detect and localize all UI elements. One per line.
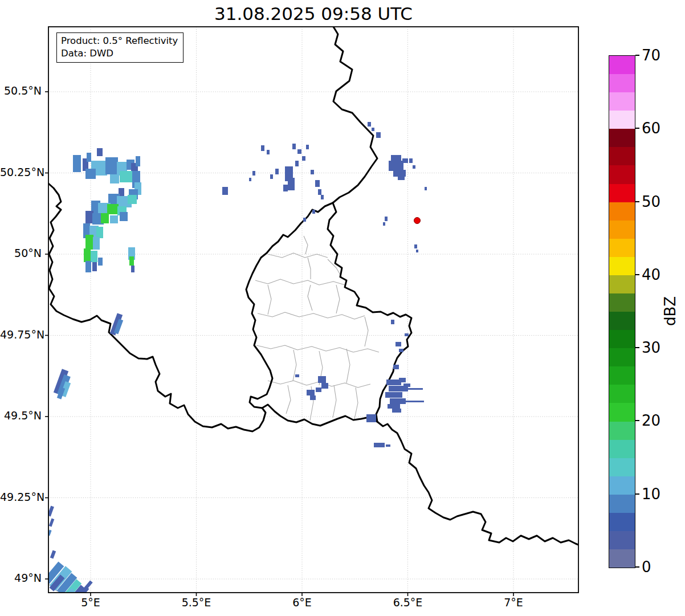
echo-cell: [405, 333, 409, 336]
echo-cell: [403, 384, 410, 387]
colorbar-segment: [609, 56, 635, 74]
echo-cell: [399, 378, 406, 382]
data-source-line: Data: DWD: [61, 47, 178, 60]
echo-cell: [261, 145, 264, 151]
echo-cell: [87, 153, 91, 162]
colorbar-segment: [609, 275, 635, 293]
colorbar-segment: [609, 549, 635, 568]
map-canvas: [0, 0, 685, 616]
echo-cell: [318, 189, 321, 195]
echo-cell: [389, 161, 403, 171]
echo-cell: [92, 262, 97, 271]
colorbar-tick-mark: [635, 128, 639, 129]
echo-cell: [292, 144, 296, 149]
country-borders: [48, 27, 578, 545]
echo-cell: [307, 390, 315, 395]
colorbar-tick-label: 70: [642, 46, 660, 64]
colorbar-segment: [609, 165, 635, 183]
echo-cell: [395, 342, 401, 346]
colorbar-segment: [609, 111, 635, 129]
canton-border-line: [286, 385, 291, 414]
echo-cell: [93, 237, 100, 250]
colorbar-segment: [609, 403, 635, 421]
canton-border-line: [336, 285, 340, 313]
colorbar: [609, 55, 635, 568]
echo-cell: [97, 148, 103, 156]
y-tick-label: 50.5°N: [0, 84, 46, 97]
colorbar-tick-mark: [635, 566, 639, 568]
echo-cell: [107, 204, 119, 214]
colorbar-segment: [609, 92, 635, 111]
echo-cell: [368, 122, 371, 127]
echo-cell: [91, 251, 97, 262]
colorbar-segment: [609, 74, 635, 92]
colorbar-tick-mark: [635, 201, 639, 202]
echo-cell: [383, 222, 385, 226]
echo-cell: [406, 401, 424, 402]
colorbar-tick-label: 30: [642, 338, 660, 357]
echo-cell: [105, 157, 118, 174]
colorbar-segment: [609, 129, 635, 147]
y-tick-label: 49.25°N: [0, 491, 46, 503]
y-tick-label: 50°N: [0, 247, 46, 259]
axes-frame: [48, 27, 578, 593]
plot-area: [44, 27, 578, 602]
echo-cell: [376, 132, 381, 138]
colorbar-tick-label: 0: [642, 558, 651, 576]
colorbar-segment: [609, 440, 635, 458]
canton-border-line: [354, 387, 358, 419]
echo-cell: [414, 244, 417, 248]
echo-cell: [73, 155, 81, 172]
product-info-box: Product: 0.5° Reflectivity Data: DWD: [56, 32, 184, 63]
colorbar-tick-mark: [635, 493, 639, 495]
colorbar-segment: [609, 513, 635, 531]
echo-cell: [393, 365, 399, 369]
canton-border-line: [256, 345, 379, 352]
map-title: 31.08.2025 09:58 UTC: [48, 3, 578, 24]
echo-cell: [390, 398, 406, 404]
echo-cell: [295, 374, 299, 377]
colorbar-tick-mark: [635, 274, 639, 275]
colorbar-segment: [609, 385, 635, 403]
product-line: Product: 0.5° Reflectivity: [61, 35, 178, 47]
echo-cell: [252, 171, 255, 176]
echo-cell: [399, 349, 403, 352]
echo-cell: [297, 149, 301, 154]
echo-cell: [315, 180, 320, 187]
echo-cell: [392, 409, 401, 413]
canton-border-line: [258, 312, 365, 319]
colorbar-segment: [609, 202, 635, 221]
colorbar-segment: [609, 147, 635, 165]
echo-cell: [321, 383, 328, 389]
echo-cell: [386, 444, 390, 447]
x-tick-label: 7°E: [488, 596, 539, 609]
y-tick-label: 50.25°N: [0, 166, 46, 178]
echo-cell: [249, 178, 251, 181]
canton-border-line: [304, 236, 308, 254]
radar-figure: 31.08.2025 09:58 UTC Product: 0.5° Refle…: [0, 0, 685, 616]
echo-cell: [425, 187, 427, 190]
echo-cell: [128, 195, 137, 204]
canton-border-line: [308, 285, 312, 311]
colorbar-tick-mark: [635, 420, 639, 421]
echo-cell: [96, 227, 103, 238]
echo-cell: [310, 395, 316, 400]
colorbar-segment: [609, 422, 635, 440]
echo-cell: [303, 218, 306, 222]
echo-cell: [267, 150, 270, 154]
echo-cell: [84, 248, 91, 262]
country-border-line: [333, 27, 377, 203]
colorbar-segment: [609, 366, 635, 385]
echo-cell: [413, 165, 415, 169]
echo-cell: [136, 156, 140, 166]
colorbar-segment: [609, 293, 635, 312]
canton-border-line: [255, 279, 345, 285]
echo-cell: [85, 211, 93, 223]
canton-border-line: [365, 317, 368, 346]
canton-border-line: [308, 258, 311, 279]
echo-cell: [222, 187, 228, 195]
radar-echoes: [44, 122, 427, 602]
x-tick-label: 5.5°E: [171, 596, 222, 609]
y-tick-label: 49.5°N: [0, 409, 46, 422]
colorbar-tick-mark: [635, 347, 639, 348]
